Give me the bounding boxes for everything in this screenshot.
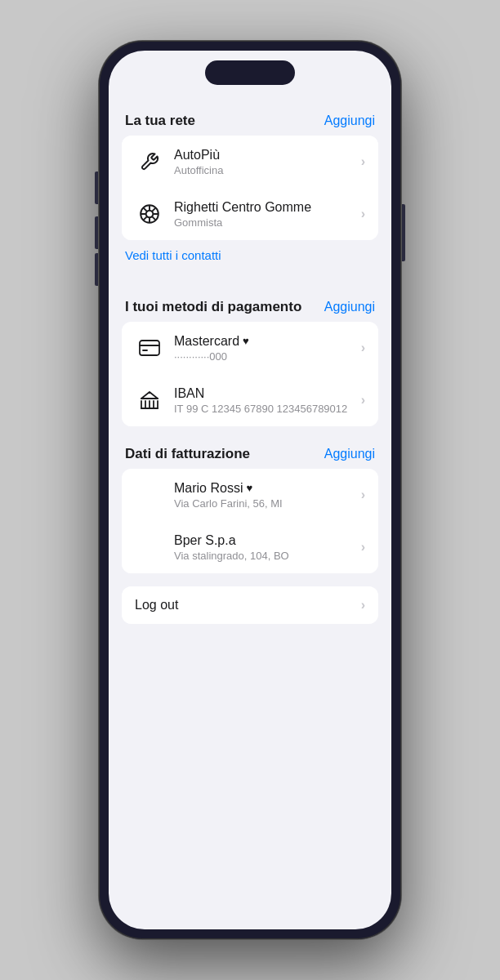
righetti-text: Righetti Centro Gomme Gommista xyxy=(174,200,361,229)
autopiu-text: AutoPiù Autofficina xyxy=(174,148,361,176)
mastercard-number: ············000 xyxy=(174,350,361,363)
iban-name: IBAN xyxy=(174,386,361,401)
righetti-name: Righetti Centro Gomme xyxy=(174,200,361,215)
payment-add-link[interactable]: Aggiungi xyxy=(324,300,375,314)
dynamic-island xyxy=(205,60,295,85)
logout-text: Log out xyxy=(135,598,361,612)
payment-header: I tuoi metodi di pagamento Aggiungi xyxy=(109,286,391,322)
logout-label: Log out xyxy=(135,598,361,612)
gap-2 xyxy=(109,426,391,433)
svg-line-6 xyxy=(143,207,147,212)
iban-item[interactable]: IBAN IT 99 C 12345 67890 123456789012 › xyxy=(122,374,378,426)
network-header: La tua rete Aggiungi xyxy=(109,100,391,136)
bper-item[interactable]: Bper S.p.a Via stalingrado, 104, BO › xyxy=(122,521,378,573)
see-all-container: Vedi tutti i contatti xyxy=(109,240,391,276)
autopiu-chevron: › xyxy=(361,154,365,169)
payment-title: I tuoi metodi di pagamento xyxy=(125,299,301,315)
gap-3 xyxy=(109,573,391,580)
logout-container: Log out › xyxy=(122,586,378,624)
mario-subtitle: Via Carlo Farini, 56, MI xyxy=(174,497,361,510)
mario-chevron: › xyxy=(361,488,365,502)
mastercard-chevron: › xyxy=(361,341,365,355)
bper-text: Bper S.p.a Via stalingrado, 104, BO xyxy=(174,533,361,562)
billing-cards: Mario Rossi ♥ Via Carlo Farini, 56, MI › xyxy=(122,469,378,573)
credit-card-icon xyxy=(135,333,164,363)
mastercard-item[interactable]: Mastercard ♥ ············000 › xyxy=(122,322,378,374)
mario-heart: ♥ xyxy=(246,482,252,494)
payment-section: I tuoi metodi di pagamento Aggiungi xyxy=(109,286,391,426)
mastercard-text: Mastercard ♥ ············000 xyxy=(174,334,361,363)
svg-line-8 xyxy=(152,207,156,212)
righetti-item[interactable]: Righetti Centro Gomme Gommista › xyxy=(122,188,378,240)
network-title: La tua rete xyxy=(125,113,195,129)
iban-chevron: › xyxy=(361,393,365,408)
gap-1 xyxy=(109,279,391,286)
wrench-icon xyxy=(135,147,164,176)
svg-line-7 xyxy=(152,216,156,220)
phone-wrapper: La tua rete Aggiungi Auto xyxy=(0,0,500,980)
righetti-subtitle: Gommista xyxy=(174,216,361,229)
svg-marker-20 xyxy=(141,392,158,399)
righetti-chevron: › xyxy=(361,207,365,221)
tire-icon xyxy=(135,199,164,229)
logout-card: Log out › xyxy=(122,586,378,624)
network-cards: AutoPiù Autofficina › xyxy=(122,136,378,240)
logout-item[interactable]: Log out › xyxy=(122,586,378,624)
network-section: La tua rete Aggiungi Auto xyxy=(109,100,391,279)
billing-add-link[interactable]: Aggiungi xyxy=(324,447,375,461)
see-all-link[interactable]: Vedi tutti i contatti xyxy=(125,248,221,262)
svg-point-1 xyxy=(146,211,154,218)
bper-subtitle: Via stalingrado, 104, BO xyxy=(174,550,361,562)
autopiu-item[interactable]: AutoPiù Autofficina › xyxy=(122,136,378,188)
bank-icon xyxy=(135,385,164,415)
billing-section: Dati di fatturazione Aggiungi Mario Ross… xyxy=(109,433,391,573)
svg-line-9 xyxy=(143,216,147,220)
iban-text: IBAN IT 99 C 12345 67890 123456789012 xyxy=(174,386,361,415)
autopiu-name: AutoPiù xyxy=(174,148,361,163)
iban-number: IT 99 C 12345 67890 123456789012 xyxy=(174,403,361,415)
logout-chevron: › xyxy=(361,598,365,612)
bper-name: Bper S.p.a xyxy=(174,533,361,548)
screen-content: La tua rete Aggiungi Auto xyxy=(109,51,391,929)
phone-frame: La tua rete Aggiungi Auto xyxy=(99,41,401,939)
svg-rect-10 xyxy=(140,341,159,355)
phone-screen: La tua rete Aggiungi Auto xyxy=(109,51,391,929)
mario-item[interactable]: Mario Rossi ♥ Via Carlo Farini, 56, MI › xyxy=(122,469,378,521)
network-add-link[interactable]: Aggiungi xyxy=(324,114,375,128)
mario-text: Mario Rossi ♥ Via Carlo Farini, 56, MI xyxy=(174,481,361,510)
mario-name: Mario Rossi ♥ xyxy=(174,481,361,496)
mastercard-heart: ♥ xyxy=(243,335,249,347)
billing-title: Dati di fatturazione xyxy=(125,446,250,462)
payment-cards: Mastercard ♥ ············000 › xyxy=(122,322,378,426)
mastercard-name: Mastercard ♥ xyxy=(174,334,361,349)
autopiu-subtitle: Autofficina xyxy=(174,164,361,176)
bper-chevron: › xyxy=(361,540,365,555)
billing-header: Dati di fatturazione Aggiungi xyxy=(109,433,391,469)
